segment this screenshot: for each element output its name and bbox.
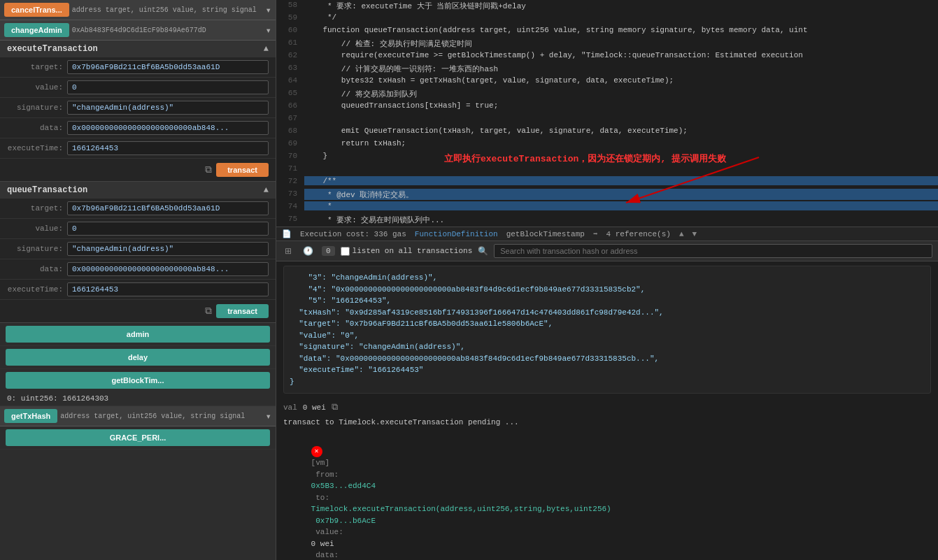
queue-data-input[interactable] <box>67 262 269 276</box>
queue-value-input[interactable] <box>67 222 269 236</box>
execute-transact-button[interactable]: transact <box>216 163 269 177</box>
error-to-label: to: <box>311 494 334 502</box>
code-area: 58 * 要求: executeTime 大于 当前区块链时间戳+delay59… <box>276 0 938 227</box>
code-line: 74 * <box>276 201 938 214</box>
code-line: 63 // 计算交易的唯一识别符: 一堆东西的hash <box>276 63 938 76</box>
cancel-transaction-chevron-icon[interactable]: ▾ <box>266 4 271 16</box>
error-from-label: from: <box>311 471 343 479</box>
execute-time-input[interactable] <box>67 141 269 155</box>
error-vm-label: [vm] <box>311 459 329 467</box>
cancel-transaction-signature: address target, uint256 value, string si… <box>72 6 263 14</box>
get-tx-hash-chevron-icon[interactable]: ▾ <box>266 410 271 422</box>
change-admin-button[interactable]: changeAdmin <box>4 23 69 37</box>
queue-transaction-header: queueTransaction ▲ <box>0 182 276 199</box>
error-value: 0 wei <box>311 540 334 548</box>
queue-value-label: value: <box>7 224 63 233</box>
arrow-right-icon: ➡ <box>593 229 598 238</box>
val-row: val 0 wei ⧉ <box>283 399 931 415</box>
get-block-timestamp-button[interactable]: getBlockTim... <box>6 372 270 389</box>
queue-value-row: value: <box>0 219 276 239</box>
error-to-addr: 0x7b9...b6AcE <box>311 517 376 525</box>
execution-cost: Execution cost: 336 gas <box>300 230 406 238</box>
code-line: 58 * 要求: executeTime 大于 当前区块链时间戳+delay <box>276 0 938 13</box>
execute-target-row: target: <box>0 57 276 78</box>
execute-target-input[interactable] <box>67 60 269 74</box>
grace-period-button[interactable]: GRACE_PERI... <box>6 429 270 446</box>
queue-time-label: executeTime: <box>7 285 63 294</box>
code-line: 75 * 要求: 交易在时间锁队列中... <box>276 214 938 227</box>
code-line: 72 /** <box>276 176 938 189</box>
queue-sig-label: signature: <box>7 245 63 253</box>
execute-transaction-header: executeTransaction ▲ <box>0 41 276 57</box>
queue-data-row: data: <box>0 259 276 280</box>
queue-time-input[interactable] <box>67 282 269 296</box>
code-line: 73 * @dev 取消特定交易。 <box>276 189 938 201</box>
queue-time-row: executeTime: <box>0 280 276 300</box>
delay-section: delay <box>0 346 276 369</box>
get-tx-hash-button[interactable]: getTxHash <box>4 409 57 423</box>
execute-value-input[interactable] <box>67 80 269 94</box>
listen-checkbox-label: listen on all transactions <box>341 247 473 256</box>
execute-time-row: executeTime: <box>0 138 276 159</box>
change-admin-chevron-icon[interactable]: ▾ <box>266 24 271 36</box>
error-to-fn: Timelock.executeTransaction(address,uint… <box>311 505 611 513</box>
get-block-timestamp-section: getBlockTim... 0: uint256: 1661264303 <box>0 369 276 406</box>
search-icon: 🔍 <box>478 246 488 257</box>
change-admin-header: changeAdmin 0xAb8483F64d9C6d1EcF9b849Ae6… <box>0 20 276 41</box>
queue-target-input[interactable] <box>67 201 269 215</box>
val-label: val <box>283 403 297 412</box>
chevron-down-nav-icon[interactable]: ▼ <box>692 230 697 238</box>
admin-section: admin <box>0 323 276 346</box>
execute-transact-row: ⧉ transact <box>0 159 276 181</box>
queue-sig-input[interactable] <box>67 242 269 256</box>
code-line: 59 */ <box>276 13 938 25</box>
execute-sig-input[interactable] <box>67 101 269 115</box>
bottom-bar: 📄 Execution cost: 336 gas FunctionDefini… <box>276 227 938 241</box>
queue-target-row: target: <box>0 199 276 219</box>
val-value: 0 wei <box>303 403 326 412</box>
queue-transaction-collapse-icon[interactable]: ▲ <box>264 185 269 195</box>
code-line: 66 queuedTransactions[txHash] = true; <box>276 101 938 113</box>
execute-value-label: value: <box>7 83 63 92</box>
get-tx-hash-header: getTxHash address target, uint256 value,… <box>0 406 276 426</box>
search-input[interactable] <box>494 244 932 258</box>
chevron-up-nav-icon[interactable]: ▲ <box>679 230 684 238</box>
execute-copy-icon[interactable]: ⧉ <box>205 164 212 175</box>
admin-button[interactable]: admin <box>6 326 270 343</box>
execute-transaction-label: executeTransaction <box>7 44 98 54</box>
execute-transaction-collapse-icon[interactable]: ▲ <box>264 44 269 54</box>
queue-transact-button[interactable]: transact <box>216 304 269 318</box>
execute-value-row: value: <box>0 78 276 98</box>
listen-checkbox-input[interactable] <box>341 247 350 256</box>
tx-badge: 0 <box>322 246 335 256</box>
tx-clock-icon[interactable]: 🕐 <box>300 245 316 257</box>
queue-target-label: target: <box>7 204 63 213</box>
code-line: 69 return txHash; <box>276 138 938 151</box>
pending-line: transact to Timelock.executeTransaction … <box>283 417 931 429</box>
execute-data-row: data: <box>0 118 276 138</box>
document-icon: 📄 <box>282 229 292 238</box>
execute-data-input[interactable] <box>67 121 269 135</box>
execute-data-label: data: <box>7 124 63 132</box>
tx-controls-bar: ⊞ 🕐 0 listen on all transactions 🔍 <box>276 241 938 261</box>
copy-val-icon[interactable]: ⧉ <box>332 402 338 412</box>
fn-def-label[interactable]: FunctionDefinition <box>415 230 498 238</box>
execute-sig-label: signature: <box>7 103 63 112</box>
error-from-addr: 0x5B3...edd4C4 <box>311 482 376 490</box>
code-line: 68 emit QueueTransaction(txHash, target,… <box>276 126 938 138</box>
queue-transact-row: ⧉ transact <box>0 300 276 322</box>
queue-data-label: data: <box>7 265 63 273</box>
right-panel: 58 * 要求: executeTime 大于 当前区块链时间戳+delay59… <box>276 0 938 560</box>
cancel-transaction-button[interactable]: cancelTrans... <box>4 3 69 17</box>
execute-target-label: target: <box>7 63 63 71</box>
code-line: 61 // 检查: 交易执行时间满足锁定时间 <box>276 38 938 50</box>
delay-button[interactable]: delay <box>6 349 270 366</box>
error-line: ✕ [vm] from: 0x5B3...edd4C4 to: Timelock… <box>283 434 931 561</box>
execute-sig-row: signature: <box>0 98 276 118</box>
tx-expand-icon[interactable]: ⊞ <box>282 245 294 257</box>
error-value-label: value: <box>311 528 348 536</box>
error-data-label: data: <box>311 551 343 559</box>
queue-sig-row: signature: <box>0 239 276 259</box>
queue-copy-icon[interactable]: ⧉ <box>205 306 212 317</box>
output-area: "3": "changeAdmin(address)", "4": "0x000… <box>276 261 938 560</box>
